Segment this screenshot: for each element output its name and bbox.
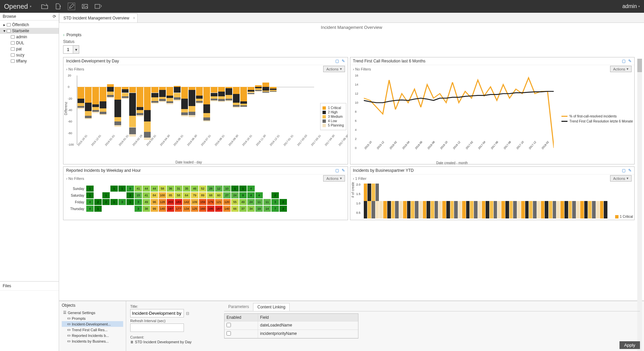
folder-icon xyxy=(11,53,15,57)
tab-content-linking[interactable]: Content Linking xyxy=(253,303,290,311)
content-value: 🗎 STD Incident Development by Day xyxy=(130,340,216,344)
filter-label: No Filters xyxy=(68,67,84,71)
user-menu[interactable]: admin ▾ xyxy=(622,3,640,9)
actions-button[interactable]: Actions▾ xyxy=(323,175,345,182)
filter-label: No Filters xyxy=(355,67,371,71)
open-folder-icon[interactable] xyxy=(41,3,48,10)
actions-button[interactable]: Actions▾ xyxy=(610,175,632,182)
tab-parameters[interactable]: Parameters xyxy=(224,303,253,311)
chevron-right-icon[interactable]: › xyxy=(66,67,67,71)
tree-node-start[interactable]: ▾Startseite xyxy=(0,28,59,34)
pencil-icon[interactable]: ✎ xyxy=(342,168,345,173)
sidebar: Browse ⟳ ▸Öffentlich ▾Startseite admin D… xyxy=(0,13,59,351)
prompts-toggle[interactable]: › Prompts xyxy=(59,32,644,38)
swatch-icon xyxy=(561,121,567,122)
pencil-icon[interactable]: ✎ xyxy=(628,59,632,63)
tab-strip: STD Incident Management Overview × xyxy=(59,13,644,23)
maximize-icon[interactable]: ▢ xyxy=(622,168,626,173)
field-name: dateLoadedName xyxy=(258,321,358,330)
status-input[interactable] xyxy=(63,46,73,53)
tree-label: admin xyxy=(16,35,27,39)
pencil-icon[interactable]: ✎ xyxy=(628,168,632,173)
tree-label: suzy xyxy=(16,53,24,57)
new-doc-icon[interactable] xyxy=(54,3,62,10)
tree-label: pat xyxy=(16,47,22,51)
folder-icon xyxy=(11,47,15,51)
enabled-checkbox[interactable] xyxy=(227,331,231,336)
folder-tree: ▸Öffentlich ▾Startseite admin DUL pat su… xyxy=(0,20,59,65)
tree-node-child[interactable]: admin xyxy=(0,34,59,40)
status-block: Status ▾ xyxy=(59,38,644,57)
edit-icon[interactable] xyxy=(68,3,75,10)
tree-label: Startseite xyxy=(12,29,29,33)
maximize-icon[interactable]: ▢ xyxy=(335,168,339,173)
files-header[interactable]: Files xyxy=(0,281,59,291)
object-item[interactable]: ▭ Trend First Call Res... xyxy=(62,327,123,333)
linking-table: EnabledField dateLoadedName incidentprio… xyxy=(224,313,358,339)
chevron-right-icon[interactable]: › xyxy=(353,177,354,181)
dashboard-title: Incident Management Overview xyxy=(59,23,644,32)
actions-button[interactable]: Actions▾ xyxy=(323,66,345,72)
swatch-icon xyxy=(323,106,326,110)
maximize-icon[interactable]: ▢ xyxy=(622,59,626,63)
files-label: Files xyxy=(3,284,11,288)
chevron-down-icon: ▾ xyxy=(30,5,32,8)
opened-menu[interactable]: Opened ▾ xyxy=(4,3,32,10)
title-input[interactable] xyxy=(130,309,184,317)
close-icon[interactable]: × xyxy=(133,16,135,20)
swatch-icon xyxy=(323,115,326,118)
tree-node-child[interactable]: DUL xyxy=(0,40,59,46)
tree-node-child[interactable]: tiffany xyxy=(0,58,59,64)
panel-businesspartner: Incidents by Businesspartner YTD ▢✎ › 1 … xyxy=(350,166,635,220)
x-tick-labels: 2015-102015-122016-022016-042016-062016-… xyxy=(364,148,554,161)
image-icon[interactable] xyxy=(81,3,89,10)
properties-panel: Objects ☰ General Settings ▭ Prompts ▭ I… xyxy=(59,301,644,351)
heatmap: Sunday1119414444583631354652281210114Sat… xyxy=(65,184,346,214)
chevron-down-icon[interactable]: ▾ xyxy=(73,46,79,53)
enabled-checkbox[interactable] xyxy=(227,323,231,327)
linking-pane: Parameters Content Linking EnabledField … xyxy=(220,301,644,351)
tree-node-child[interactable]: pat xyxy=(0,46,59,52)
panel-incident-by-day: Incident-Development by Day ▢✎ › No Filt… xyxy=(63,57,348,164)
actions-button[interactable]: Actions▾ xyxy=(610,66,632,72)
object-item[interactable]: ▭ Reported Incidents b... xyxy=(62,333,123,338)
object-item[interactable]: ▭ Incident-Development... xyxy=(62,321,123,327)
pencil-icon[interactable]: ✎ xyxy=(342,59,345,63)
tree-label: Öffentlich xyxy=(12,22,29,27)
content-label: Content: xyxy=(130,335,216,339)
opened-label: Opened xyxy=(4,3,28,10)
chart-grid: Incident-Development by Day ▢✎ › No Filt… xyxy=(59,57,644,301)
refresh-icon[interactable]: ⟳ xyxy=(53,14,56,19)
objects-pane: Objects ☰ General Settings ▭ Prompts ▭ I… xyxy=(59,301,126,351)
tab-label: STD Incident Management Overview xyxy=(63,16,129,20)
content-area: STD Incident Management Overview × Incid… xyxy=(59,13,644,351)
status-label: Status xyxy=(63,39,640,44)
reset-icon[interactable]: ⊟ xyxy=(186,311,189,316)
tree-node-child[interactable]: suzy xyxy=(0,52,59,58)
x-axis-label: Date loaded - day xyxy=(63,160,314,164)
toolbar-icons xyxy=(41,3,102,10)
status-select[interactable]: ▾ xyxy=(63,45,79,54)
maximize-icon[interactable]: ▢ xyxy=(335,59,339,63)
swatch-icon xyxy=(561,116,567,117)
object-item[interactable]: ▭ Incidents by Busines... xyxy=(62,338,123,344)
legend: % of first-call-resolved incidents Trend… xyxy=(561,113,633,124)
folder-icon xyxy=(7,23,11,27)
chevron-right-icon[interactable]: › xyxy=(66,177,67,181)
filter-label: 1 Filter xyxy=(355,177,366,181)
chevron-right-icon[interactable]: › xyxy=(353,67,354,71)
apply-button[interactable]: Apply xyxy=(620,341,640,349)
x-tick-labels: 2015-10-312015-12-012016-01-012016-01-31… xyxy=(77,145,314,162)
y-axis-label: Differenz xyxy=(64,102,68,115)
image-edit-icon[interactable] xyxy=(95,3,102,10)
object-general-settings[interactable]: ☰ General Settings xyxy=(62,310,123,315)
filter-label: No Filters xyxy=(68,177,84,181)
refresh-input[interactable] xyxy=(130,323,184,332)
collapse-icon[interactable]: ▾ xyxy=(3,29,5,33)
line-chart xyxy=(364,76,554,148)
object-item[interactable]: ▭ Prompts xyxy=(62,315,123,321)
tree-node-public[interactable]: ▸Öffentlich xyxy=(0,22,59,28)
expand-icon[interactable]: ▸ xyxy=(3,22,5,27)
tab-dashboard[interactable]: STD Incident Management Overview × xyxy=(59,13,138,22)
panel-trend-fcr: Trend First Call Resolution last 6 Month… xyxy=(350,57,635,164)
